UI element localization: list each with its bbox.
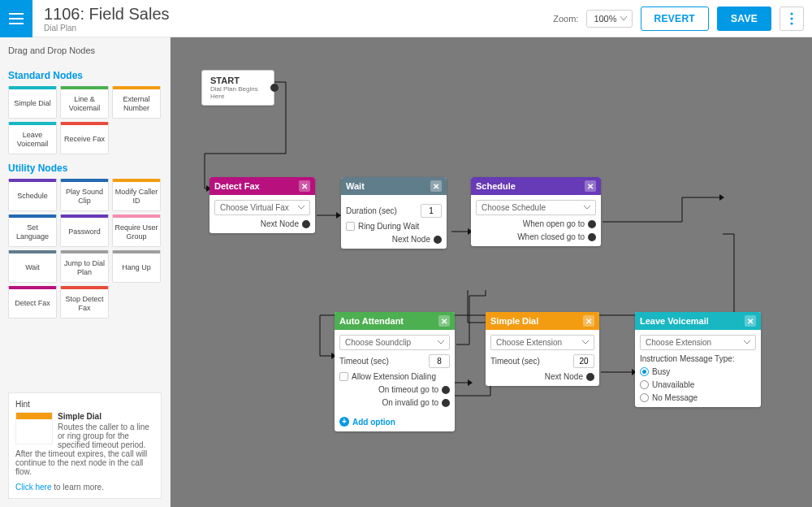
auto-attendant-title: Auto Attendant bbox=[339, 316, 404, 326]
duration-input[interactable] bbox=[421, 204, 442, 218]
page-subtitle: Dial Plan bbox=[44, 24, 553, 32]
zoom-label: Zoom: bbox=[553, 14, 578, 24]
voicemail-title: Leave Voicemail bbox=[640, 316, 709, 326]
hint-link-suffix: to learn more. bbox=[51, 483, 103, 492]
title-block: 1106: Field Sales Dial Plan bbox=[44, 5, 553, 32]
palette-node[interactable]: External Number bbox=[112, 86, 161, 119]
close-icon[interactable]: ✕ bbox=[585, 180, 596, 192]
vm-radio[interactable] bbox=[640, 380, 649, 389]
chevron-down-icon bbox=[620, 16, 627, 21]
palette-node[interactable]: Set Language bbox=[8, 214, 57, 247]
palette-node[interactable]: Receive Fax bbox=[60, 122, 109, 154]
close-icon[interactable]: ✕ bbox=[438, 315, 450, 327]
detect-fax-title: Detect Fax bbox=[214, 181, 260, 191]
kebab-icon bbox=[790, 12, 793, 25]
instruction-label: Instruction Message Type: bbox=[640, 354, 756, 363]
port-open[interactable] bbox=[588, 220, 596, 228]
on-invalid-label: On invalid go to bbox=[382, 398, 439, 407]
add-option-button[interactable]: +Add option bbox=[335, 417, 455, 431]
palette-node[interactable]: Stop Detect Fax bbox=[60, 286, 109, 318]
connection-wires bbox=[171, 37, 812, 507]
extension-select[interactable]: Choose Extension bbox=[490, 335, 594, 350]
ring-label: Ring During Wait bbox=[358, 222, 419, 231]
when-closed-label: When closed go to bbox=[517, 232, 585, 241]
sidebar-heading: Drag and Drop Nodes bbox=[8, 46, 162, 55]
on-timeout-label: On timeout go to bbox=[378, 385, 438, 394]
utility-nodes-title: Utility Nodes bbox=[8, 162, 162, 174]
palette-node[interactable]: Line & Voicemail bbox=[60, 86, 109, 119]
palette-node[interactable]: Modify Caller ID bbox=[112, 179, 161, 211]
port-out[interactable] bbox=[586, 373, 594, 381]
zoom-select[interactable]: 100% bbox=[586, 10, 632, 28]
node-auto-attendant[interactable]: Auto Attendant✕ Choose Soundclip Timeout… bbox=[335, 312, 455, 431]
sidebar: Drag and Drop Nodes Standard Nodes Simpl… bbox=[0, 37, 171, 507]
start-title: START bbox=[210, 76, 266, 85]
close-icon[interactable]: ✕ bbox=[583, 315, 594, 327]
detect-fax-select[interactable]: Choose Virtual Fax bbox=[214, 200, 310, 215]
palette-node[interactable]: Hang Up bbox=[112, 250, 161, 283]
start-port[interactable] bbox=[270, 84, 279, 92]
palette-node[interactable]: Jump to Dial Plan bbox=[60, 250, 109, 283]
port-closed[interactable] bbox=[588, 233, 596, 241]
timeout-label: Timeout (sec) bbox=[339, 357, 389, 366]
node-leave-voicemail[interactable]: Leave Voicemail✕ Choose Extension Instru… bbox=[635, 312, 761, 407]
vm-option-label: No Message bbox=[652, 393, 698, 402]
soundclip-select[interactable]: Choose Soundclip bbox=[339, 335, 450, 350]
hint-title: Hint bbox=[15, 400, 154, 409]
next-node-label: Next Node bbox=[545, 372, 583, 381]
svg-marker-8 bbox=[468, 379, 473, 386]
vm-radio[interactable] bbox=[640, 393, 649, 402]
wait-title: Wait bbox=[346, 181, 365, 191]
hint-panel: Hint Simple Dial Routes the caller to a … bbox=[8, 392, 162, 499]
palette-node[interactable]: Require User Group bbox=[112, 214, 161, 247]
when-open-label: When open go to bbox=[523, 219, 585, 228]
timeout-input[interactable] bbox=[573, 354, 594, 368]
vm-option-label: Unavailable bbox=[652, 380, 694, 389]
palette-node[interactable]: Wait bbox=[8, 250, 57, 283]
canvas[interactable]: START Dial Plan Begins Here Detect Fax✕ … bbox=[171, 37, 812, 507]
palette-node[interactable]: Schedule bbox=[8, 179, 57, 211]
port-out[interactable] bbox=[302, 220, 310, 228]
vm-extension-select[interactable]: Choose Extension bbox=[640, 335, 756, 350]
palette-node[interactable]: Password bbox=[60, 214, 109, 247]
hint-thumbnail bbox=[15, 412, 53, 444]
svg-point-0 bbox=[790, 12, 793, 15]
node-schedule[interactable]: Schedule✕ Choose Schedule When open go t… bbox=[471, 177, 601, 246]
schedule-title: Schedule bbox=[476, 181, 516, 191]
vm-radio[interactable] bbox=[640, 367, 649, 376]
next-node-label: Next Node bbox=[261, 219, 299, 228]
standard-nodes-title: Standard Nodes bbox=[8, 70, 162, 81]
palette-node[interactable]: Leave Voicemail bbox=[8, 122, 57, 154]
node-simple-dial[interactable]: Simple Dial✕ Choose Extension Timeout (s… bbox=[486, 312, 599, 386]
port-invalid[interactable] bbox=[442, 399, 450, 407]
more-menu-button[interactable] bbox=[780, 6, 804, 31]
chevron-down-icon bbox=[438, 340, 444, 344]
close-icon[interactable]: ✕ bbox=[430, 180, 442, 192]
allow-ext-checkbox[interactable] bbox=[339, 372, 348, 381]
palette-node[interactable]: Play Sound Clip bbox=[60, 179, 109, 211]
node-wait[interactable]: Wait✕ Duration (sec) Ring During Wait Ne… bbox=[341, 177, 447, 249]
chevron-down-icon bbox=[582, 340, 589, 344]
palette-node[interactable]: Detect Fax bbox=[8, 286, 57, 318]
palette-node[interactable]: Simple Dial bbox=[8, 86, 57, 119]
port-timeout[interactable] bbox=[442, 386, 450, 394]
node-start[interactable]: START Dial Plan Begins Here bbox=[201, 70, 274, 106]
menu-button[interactable] bbox=[0, 0, 32, 37]
schedule-select[interactable]: Choose Schedule bbox=[476, 200, 596, 215]
port-out[interactable] bbox=[434, 236, 442, 244]
close-icon[interactable]: ✕ bbox=[745, 315, 756, 327]
hamburger-icon bbox=[9, 13, 24, 24]
svg-marker-6 bbox=[719, 194, 724, 201]
node-detect-fax[interactable]: Detect Fax✕ Choose Virtual Fax Next Node bbox=[209, 177, 315, 233]
chevron-down-icon bbox=[584, 206, 590, 210]
page-title: 1106: Field Sales bbox=[44, 5, 553, 24]
duration-label: Duration (sec) bbox=[346, 206, 397, 215]
close-icon[interactable]: ✕ bbox=[299, 180, 310, 192]
ring-checkbox[interactable] bbox=[346, 222, 355, 231]
timeout-input[interactable] bbox=[429, 354, 450, 368]
revert-button[interactable]: REVERT bbox=[641, 6, 709, 31]
plus-icon: + bbox=[339, 417, 349, 427]
save-button[interactable]: SAVE bbox=[717, 6, 771, 31]
hint-link[interactable]: Click here bbox=[15, 483, 51, 492]
next-node-label: Next Node bbox=[392, 235, 430, 244]
